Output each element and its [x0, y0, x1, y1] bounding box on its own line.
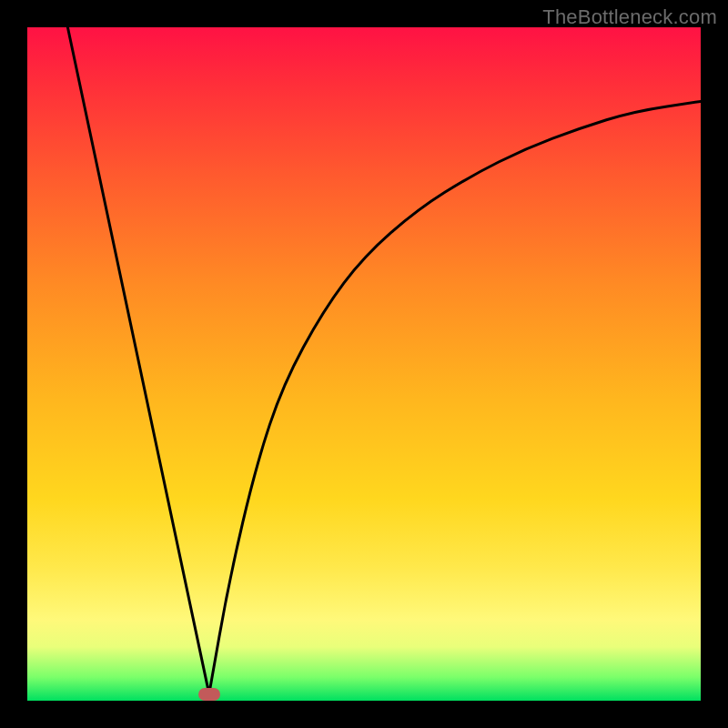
bottleneck-curve — [27, 27, 701, 701]
credit-label: TheBottleneck.com — [542, 5, 717, 29]
optimal-marker — [198, 688, 220, 701]
chart-frame: TheBottleneck.com — [0, 0, 728, 728]
curve-path — [67, 27, 701, 694]
plot-area — [27, 27, 701, 701]
